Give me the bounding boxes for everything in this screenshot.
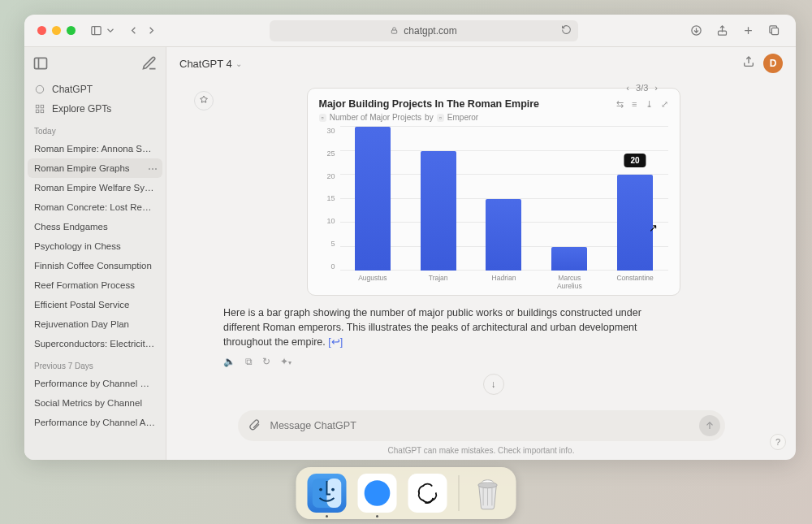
assistant-paragraph: Here is a bar graph showing the number o… <box>223 305 646 349</box>
chat-history-item[interactable]: Performance by Channel Chart <box>24 374 166 393</box>
cursor-icon: ↖ <box>649 222 658 234</box>
dock-safari[interactable] <box>358 474 397 513</box>
sidebar-item-chatgpt[interactable]: ChatGPT <box>24 80 166 99</box>
bar-hadrian[interactable] <box>486 199 521 271</box>
share-chat-icon[interactable] <box>742 55 755 71</box>
chat-history-item[interactable]: Reef Formation Process <box>24 275 166 295</box>
new-tab-icon[interactable] <box>739 22 757 40</box>
user-avatar[interactable]: D <box>763 54 783 73</box>
message-input[interactable] <box>269 419 691 432</box>
chart-subhead: ▫ Number of Major Projects by ▫ Emperor <box>319 113 668 122</box>
expand-icon[interactable]: ⤢ <box>661 99 668 110</box>
more-actions-icon[interactable]: ✦▾ <box>280 356 292 367</box>
svg-point-19 <box>319 488 322 492</box>
chart-bars: 20↖ <box>340 127 668 271</box>
chat-history-item[interactable]: Superconductors: Electricity Rol… <box>24 334 166 353</box>
dock <box>296 467 516 519</box>
scroll-to-bottom-button[interactable]: ↓ <box>483 374 504 395</box>
sidebar-section-today: Today <box>24 119 166 139</box>
chevron-down-icon: ⌄ <box>235 59 242 68</box>
reload-button[interactable] <box>561 24 572 37</box>
assistant-avatar-icon <box>194 91 214 110</box>
share-icon[interactable] <box>713 22 731 40</box>
message-pager: ‹ 3/3 › <box>626 83 658 93</box>
dock-finder[interactable] <box>308 474 347 513</box>
attach-icon[interactable] <box>248 418 261 434</box>
chart-tooltip: 20 <box>624 154 646 167</box>
y-axis: 302520151050 <box>319 127 335 285</box>
new-chat-icon[interactable] <box>141 55 158 71</box>
pager-prev[interactable]: ‹ <box>626 83 629 93</box>
model-selector[interactable]: ChatGPT 4 ⌄ <box>179 58 242 70</box>
bar-marcus-aurelius[interactable] <box>551 247 587 271</box>
forward-button[interactable] <box>142 22 160 40</box>
reference-link[interactable]: [↩︎] <box>328 336 343 348</box>
chart-action-icon[interactable]: ⇆ <box>616 99 624 110</box>
sidebar-toggle-icon[interactable] <box>87 22 105 40</box>
chevron-down-icon[interactable] <box>105 22 116 40</box>
send-button[interactable] <box>699 415 720 436</box>
titlebar: chatgpt.com <box>24 15 796 47</box>
chatgpt-logo-icon <box>34 84 45 95</box>
x-tick-label: Marcus Aurelius <box>545 274 594 285</box>
collapse-sidebar-icon[interactable] <box>32 55 49 71</box>
sidebar-section-prev7: Previous 7 Days <box>24 353 166 374</box>
chat-history-item[interactable]: Social Metrics by Channel <box>24 393 166 413</box>
chat-history-item-active[interactable]: Roman Empire Graphs <box>28 158 162 178</box>
chat-history-item[interactable]: Psychology in Chess <box>24 236 166 256</box>
dock-trash[interactable] <box>471 474 505 513</box>
chat-history-item[interactable]: Chess Endgames <box>24 217 166 236</box>
chat-history-item[interactable]: Finnish Coffee Consumption <box>24 256 166 275</box>
message-actions: 🔈 ⧉ ↻ ✦▾ <box>223 356 763 367</box>
composer <box>238 410 725 441</box>
model-name: ChatGPT 4 <box>179 58 232 70</box>
sidebar: ChatGPT Explore GPTs Today Roman Empire:… <box>24 47 166 460</box>
x-tick-label: Constantine <box>611 274 659 285</box>
chat-history-item[interactable]: Rejuvenation Day Plan <box>24 314 166 334</box>
svg-rect-8 <box>771 28 778 34</box>
sidebar-item-label: ChatGPT <box>52 84 93 95</box>
regenerate-icon[interactable]: ↻ <box>262 356 270 367</box>
svg-rect-12 <box>36 105 39 108</box>
svg-rect-2 <box>392 30 397 33</box>
chat-history-item[interactable]: Performance by Channel Analysi… <box>24 413 166 432</box>
disclaimer: ChatGPT can make mistakes. Check importa… <box>166 446 796 460</box>
bar-constantine[interactable]: 20↖ <box>617 175 653 271</box>
copy-icon[interactable]: ⧉ <box>245 356 253 367</box>
x-tick-label: Trajan <box>414 274 463 285</box>
metric-tag-icon: ▫ <box>319 114 326 122</box>
svg-point-20 <box>331 488 335 492</box>
dock-separator <box>459 475 460 511</box>
pager-next[interactable]: › <box>654 83 658 93</box>
svg-rect-18 <box>327 479 342 508</box>
window-controls <box>37 26 76 35</box>
chat-history-item[interactable]: Roman Concrete: Lost Recipe <box>24 197 166 217</box>
maximize-window-button[interactable] <box>67 26 76 35</box>
address-bar[interactable]: chatgpt.com <box>270 20 578 41</box>
read-aloud-icon[interactable]: 🔈 <box>223 356 235 367</box>
close-window-button[interactable] <box>37 26 46 35</box>
help-button[interactable]: ? <box>770 434 786 450</box>
chat-history-item[interactable]: Efficient Postal Service <box>24 295 166 314</box>
download-icon[interactable]: ⤓ <box>646 99 653 110</box>
url-host: chatgpt.com <box>404 25 456 37</box>
chat-history-item[interactable]: Roman Empire: Annona Social W… <box>24 139 166 158</box>
pager-count: 3/3 <box>636 83 648 93</box>
tabs-overview-icon[interactable] <box>765 22 783 40</box>
minimize-window-button[interactable] <box>52 26 61 35</box>
chat-history-item[interactable]: Roman Empire Welfare System <box>24 178 166 197</box>
sidebar-item-explore[interactable]: Explore GPTs <box>24 99 166 119</box>
lock-icon <box>390 26 399 35</box>
chart-action-icon[interactable]: ≡ <box>632 99 637 110</box>
x-tick-label: Hadrian <box>479 274 528 285</box>
bar-chart: 302520151050 20↖ AugustusTrajanHadrianMa… <box>319 127 668 285</box>
svg-rect-15 <box>41 110 44 113</box>
x-axis-labels: AugustusTrajanHadrianMarcus AureliusCons… <box>340 274 668 285</box>
svg-rect-13 <box>41 105 44 108</box>
downloads-icon[interactable] <box>687 22 705 40</box>
back-button[interactable] <box>124 22 142 40</box>
dock-chatgpt[interactable] <box>408 474 447 513</box>
bar-trajan[interactable] <box>421 151 456 271</box>
bar-augustus[interactable] <box>355 127 391 271</box>
assistant-message: Major Building Projects In The Roman Emp… <box>194 88 763 395</box>
